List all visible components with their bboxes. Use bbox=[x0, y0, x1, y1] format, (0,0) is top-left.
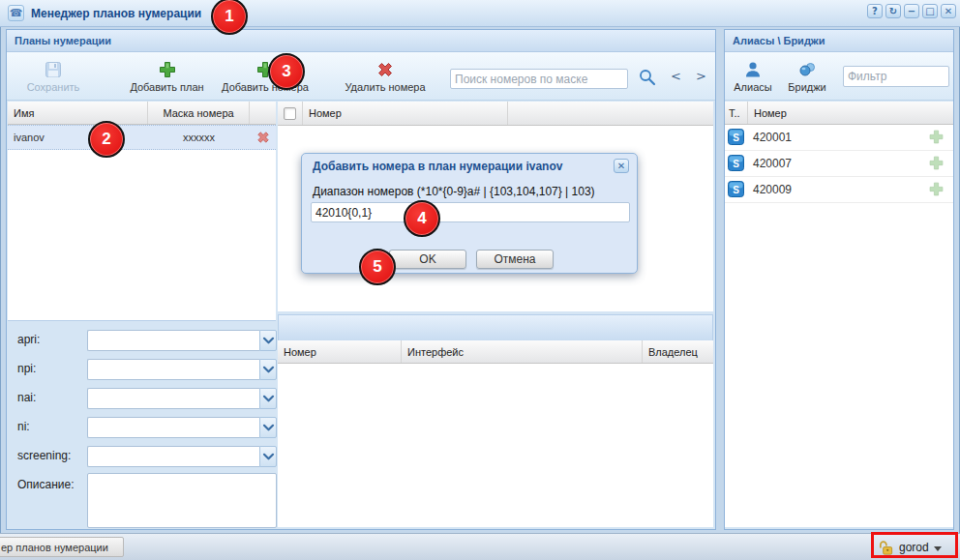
range-input[interactable] bbox=[311, 202, 630, 222]
alias-row[interactable]: S 420001 bbox=[725, 125, 953, 151]
maximize-icon[interactable]: □ bbox=[922, 4, 938, 18]
plan-row-ivanov[interactable]: ivanov xxxxxx bbox=[8, 125, 276, 150]
ni-select bbox=[87, 417, 277, 438]
column-header-number[interactable]: Номер bbox=[748, 102, 953, 124]
chevron-down-icon bbox=[934, 546, 942, 551]
column-header-interface[interactable]: Интерфейс bbox=[402, 340, 643, 363]
column-header-name[interactable]: Имя bbox=[8, 102, 148, 124]
taskbar: ер планов нумерации gorod bbox=[0, 533, 960, 560]
aliases-table-header: Т.. Номер bbox=[725, 102, 953, 125]
prev-page-button[interactable]: < bbox=[671, 69, 681, 83]
npi-label: npi: bbox=[17, 362, 36, 375]
plans-panel-title: Планы нумерации bbox=[7, 30, 715, 52]
plus-icon bbox=[158, 60, 177, 79]
close-icon[interactable]: ✕ bbox=[941, 4, 956, 18]
nai-input[interactable] bbox=[87, 388, 259, 409]
column-header-actions bbox=[250, 102, 276, 124]
person-icon bbox=[743, 60, 763, 79]
nai-label: nai: bbox=[17, 391, 36, 404]
range-label: Диапазон номеров (*10*{0-9}a# | {103,104… bbox=[313, 185, 595, 198]
chevron-down-icon[interactable] bbox=[259, 446, 277, 467]
annotation-circle-2: 2 bbox=[88, 121, 125, 158]
aliases-button[interactable]: Алиасы bbox=[728, 56, 778, 97]
description-textarea[interactable] bbox=[87, 473, 277, 528]
svg-text:S: S bbox=[733, 132, 739, 142]
sip-icon: S bbox=[728, 129, 744, 145]
refresh-icon[interactable]: ↻ bbox=[885, 4, 901, 18]
chevron-down-icon[interactable] bbox=[259, 359, 277, 380]
plan-name-cell: ivanov bbox=[8, 132, 148, 143]
alias-number: 420001 bbox=[748, 131, 928, 144]
add-plan-button-label: Добавить план bbox=[130, 81, 203, 93]
alias-row[interactable]: S 420007 bbox=[725, 151, 953, 177]
ni-input[interactable] bbox=[87, 417, 259, 438]
search-input[interactable] bbox=[450, 69, 628, 89]
numbers-list-header: Номер bbox=[278, 102, 713, 126]
delete-numbers-button-label: Удалить номера bbox=[345, 81, 425, 93]
delete-plan-icon[interactable] bbox=[255, 130, 271, 145]
column-header-empty bbox=[508, 102, 713, 125]
details-table-header: Номер Интерфейс Владелец bbox=[278, 340, 713, 364]
column-header-type[interactable]: Т.. bbox=[725, 102, 748, 124]
minimize-icon[interactable]: − bbox=[904, 4, 919, 18]
select-all-cell bbox=[278, 102, 303, 125]
red-x-icon bbox=[375, 60, 395, 79]
column-header-mask[interactable]: Маска номера bbox=[148, 102, 250, 124]
svg-text:S: S bbox=[733, 184, 739, 194]
plan-table-header: Имя Маска номера bbox=[8, 102, 276, 125]
annotation-circle-3: 3 bbox=[268, 53, 305, 90]
ok-button[interactable]: OK bbox=[389, 250, 466, 269]
svg-text:S: S bbox=[733, 158, 739, 168]
annotation-circle-4: 4 bbox=[404, 200, 440, 237]
save-button[interactable]: Сохранить bbox=[16, 56, 90, 97]
search-icon[interactable] bbox=[638, 68, 657, 87]
next-page-button[interactable]: > bbox=[696, 69, 706, 83]
add-alias-icon[interactable] bbox=[928, 155, 945, 171]
plan-form: apri: npi: nai: ni: screening: Описание: bbox=[8, 320, 276, 529]
nai-select bbox=[87, 388, 277, 409]
taskbar-window-button[interactable]: ер планов нумерации bbox=[0, 537, 124, 557]
screening-input[interactable] bbox=[87, 446, 259, 467]
cancel-button[interactable]: Отмена bbox=[476, 250, 554, 269]
dialog-close-icon[interactable]: ✕ bbox=[614, 159, 629, 173]
apri-input[interactable] bbox=[87, 330, 259, 351]
chevron-down-icon[interactable] bbox=[259, 417, 277, 438]
plan-table: Имя Маска номера ivanov xxxxxx bbox=[8, 102, 276, 320]
bridges-icon bbox=[797, 60, 817, 79]
apri-label: apri: bbox=[17, 333, 40, 346]
delete-numbers-button[interactable]: Удалить номера bbox=[336, 56, 435, 97]
annotation-circle-5: 5 bbox=[359, 249, 396, 285]
alias-number: 420009 bbox=[748, 183, 928, 196]
screening-select bbox=[87, 446, 277, 467]
add-alias-icon[interactable] bbox=[928, 181, 945, 197]
aliases-button-label: Алиасы bbox=[734, 81, 771, 93]
screening-label: screening: bbox=[17, 449, 71, 462]
help-icon[interactable]: ? bbox=[867, 4, 883, 18]
details-table: Номер Интерфейс Владелец bbox=[278, 340, 713, 527]
add-alias-icon[interactable] bbox=[928, 129, 945, 145]
bridges-button[interactable]: Бриджи bbox=[780, 56, 834, 97]
chevron-down-icon[interactable] bbox=[259, 330, 277, 351]
chevron-down-icon[interactable] bbox=[259, 388, 277, 409]
add-plan-button[interactable]: Добавить план bbox=[121, 56, 213, 97]
column-header-number[interactable]: Номер bbox=[303, 102, 508, 125]
add-numbers-dialog: Добавить номера в план нумерации ivanov … bbox=[301, 153, 638, 274]
unlock-icon bbox=[878, 540, 894, 556]
npi-select bbox=[87, 359, 277, 380]
details-panel-top bbox=[278, 314, 713, 340]
filter-input[interactable] bbox=[843, 66, 949, 87]
description-label: Описание: bbox=[17, 478, 75, 491]
phone-icon: ☎ bbox=[8, 5, 24, 21]
sip-icon: S bbox=[728, 181, 744, 197]
alias-row[interactable]: S 420009 bbox=[725, 177, 953, 203]
aliases-table: Т.. Номер S 420001 S 420007 S 420009 bbox=[725, 102, 953, 527]
user-selector[interactable]: gorod bbox=[878, 537, 942, 558]
user-name: gorod bbox=[899, 541, 929, 554]
window-titlebar: ☎ Менеджер планов нумерации ? ↻ − □ ✕ bbox=[0, 0, 960, 27]
floppy-icon bbox=[44, 60, 63, 79]
save-button-label: Сохранить bbox=[27, 81, 80, 93]
column-header-number[interactable]: Номер bbox=[278, 340, 402, 363]
column-header-owner[interactable]: Владелец bbox=[643, 340, 713, 363]
select-all-checkbox[interactable] bbox=[284, 107, 296, 120]
npi-input[interactable] bbox=[87, 359, 259, 380]
